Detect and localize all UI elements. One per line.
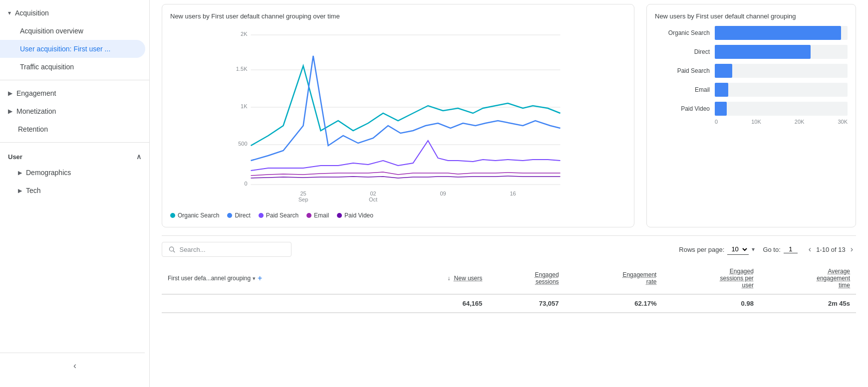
sidebar-item-tech-label: Tech — [26, 187, 41, 194]
rows-per-page-label: Rows per page: — [679, 246, 724, 253]
sidebar: ▾ Acquisition Acquisition overview User … — [0, 0, 150, 387]
svg-line-17 — [173, 251, 175, 252]
legend-label-email: Email — [314, 212, 329, 219]
sidebar-item-demographics[interactable]: ▶ Demographics — [0, 164, 149, 182]
col-header-sessions-per-user-label: Engagedsessions peruser — [720, 268, 754, 289]
goto-input[interactable] — [784, 245, 798, 253]
bar-fill-direct — [715, 45, 811, 59]
chevron-right-icon: ▶ — [8, 90, 12, 97]
sidebar-item-acquisition-overview[interactable]: Acquisition overview — [0, 22, 145, 40]
legend-label-organic-search: Organic Search — [178, 212, 219, 219]
col-header-engaged-sessions: Engagedsessions — [488, 263, 565, 294]
total-sessions-per-user: 0.98 — [662, 294, 759, 313]
sidebar-section-retention[interactable]: Retention — [0, 120, 149, 138]
legend-dot-email — [306, 213, 311, 218]
total-label — [162, 294, 388, 313]
total-engagement-rate: 62.17% — [565, 294, 663, 313]
sidebar-item-label: Traffic acquisition — [20, 63, 74, 71]
line-chart-legend: Organic Search Direct Paid Search Email — [170, 212, 626, 219]
col-header-sessions-per-user: Engagedsessions peruser — [662, 263, 759, 294]
bar-track-paid-video — [715, 102, 848, 116]
svg-text:Sep: Sep — [298, 196, 308, 202]
x-axis-20k: 20K — [795, 119, 805, 125]
x-axis-10k: 10K — [751, 119, 761, 125]
chevron-right-icon-4: ▶ — [18, 188, 22, 194]
line-chart-title: New users by First user default channel … — [170, 12, 626, 20]
sidebar-section-engagement-label: Engagement — [16, 89, 56, 97]
search-box[interactable] — [162, 242, 291, 257]
sidebar-collapse-button[interactable]: ‹ — [73, 361, 76, 371]
table-total-row: 64,165 73,057 62.17% 0.98 2m 45s — [162, 294, 856, 313]
x-axis-30k: 30K — [838, 119, 848, 125]
sidebar-section-monetization[interactable]: ▶ Monetization — [0, 102, 149, 120]
sidebar-item-tech[interactable]: ▶ Tech — [0, 182, 149, 199]
bar-track-organic-search — [715, 26, 848, 40]
data-table: First user defa...annel grouping ▾ + ↓ N… — [162, 263, 856, 313]
col-header-channel-label: First user defa...annel grouping — [168, 275, 251, 282]
svg-text:25: 25 — [300, 191, 306, 196]
sidebar-section-acquisition[interactable]: ▾ Acquisition — [0, 4, 149, 22]
sidebar-divider-3 — [0, 353, 145, 353]
col-header-avg-engagement-time: Averageengagementtime — [760, 263, 856, 294]
chevron-down-icon: ▾ — [8, 9, 11, 16]
sidebar-divider-2 — [0, 142, 149, 143]
total-avg-time: 2m 45s — [760, 294, 856, 313]
bar-chart-rows: Organic Search Direct Paid S — [655, 26, 848, 116]
bar-row-email: Email — [655, 83, 848, 97]
bar-row-paid-search: Paid Search — [655, 64, 848, 78]
prev-page-button[interactable]: ‹ — [806, 244, 814, 255]
page-nav: ‹ 1-10 of 13 › — [806, 244, 856, 255]
bar-row-paid-video: Paid Video — [655, 102, 848, 116]
sidebar-item-label: User acquisition: First user ... — [20, 45, 110, 53]
col-header-engagement-rate-label: Engagementrate — [622, 271, 656, 285]
bar-label-direct: Direct — [655, 48, 710, 55]
svg-text:09: 09 — [440, 191, 446, 196]
total-engaged-sessions: 73,057 — [488, 294, 565, 313]
rows-per-page-select[interactable]: 10 25 50 — [727, 244, 749, 255]
chevron-up-icon[interactable]: ∧ — [136, 153, 141, 161]
col-header-new-users: ↓ New users — [388, 263, 488, 294]
legend-item-paid-search: Paid Search — [259, 212, 298, 219]
col-header-avg-time-label: Averageengagementtime — [817, 268, 850, 289]
svg-text:500: 500 — [238, 141, 247, 147]
sidebar-section-engagement[interactable]: ▶ Engagement — [0, 84, 149, 102]
legend-label-paid-search: Paid Search — [266, 212, 298, 219]
legend-item-organic-search: Organic Search — [170, 212, 219, 219]
bar-label-organic-search: Organic Search — [655, 29, 710, 36]
svg-text:2K: 2K — [241, 31, 248, 37]
col-header-channel: First user defa...annel grouping ▾ + — [162, 263, 388, 294]
table-controls: Rows per page: 10 25 50 ▾ Go to: ‹ 1-10 … — [162, 235, 856, 263]
col-header-new-users-label: New users — [454, 275, 483, 282]
next-page-button[interactable]: › — [848, 244, 856, 255]
sidebar-section-retention-label: Retention — [8, 125, 48, 133]
chevron-right-icon-3: ▶ — [18, 170, 22, 176]
search-input[interactable] — [179, 246, 285, 253]
bar-row-organic-search: Organic Search — [655, 26, 848, 40]
sidebar-divider-1 — [0, 80, 149, 80]
legend-dot-organic-search — [170, 213, 175, 218]
bar-label-paid-video: Paid Video — [655, 105, 710, 112]
line-chart-container: New users by First user default channel … — [162, 4, 634, 227]
dropdown-icon: ▾ — [752, 246, 755, 253]
pagination-area: Rows per page: 10 25 50 ▾ Go to: ‹ 1-10 … — [679, 244, 856, 255]
legend-dot-paid-search — [259, 213, 264, 218]
col-header-engagement-rate: Engagementrate — [565, 263, 663, 294]
col-header-engaged-sessions-label: Engagedsessions — [535, 271, 559, 285]
col-header-channel-chevron[interactable]: ▾ — [253, 275, 256, 282]
goto-box: Go to: — [763, 245, 797, 253]
bar-chart-container: New users by First user default channel … — [646, 4, 856, 227]
total-new-users: 64,165 — [388, 294, 488, 313]
svg-text:16: 16 — [510, 191, 516, 196]
svg-text:02: 02 — [370, 191, 376, 196]
table-header-row: First user defa...annel grouping ▾ + ↓ N… — [162, 263, 856, 294]
sort-arrow-icon: ↓ — [447, 275, 450, 282]
bar-label-paid-search: Paid Search — [655, 67, 710, 74]
bar-fill-paid-search — [715, 64, 732, 78]
sidebar-section-acquisition-label: Acquisition — [15, 9, 49, 17]
sidebar-item-demographics-label: Demographics — [26, 169, 71, 177]
bar-chart-title: New users by First user default channel … — [655, 12, 848, 20]
sidebar-item-user-acquisition[interactable]: User acquisition: First user ... — [0, 40, 145, 58]
sidebar-item-traffic-acquisition[interactable]: Traffic acquisition — [0, 58, 145, 76]
col-header-plus-icon[interactable]: + — [258, 274, 262, 283]
legend-item-paid-video: Paid Video — [337, 212, 373, 219]
